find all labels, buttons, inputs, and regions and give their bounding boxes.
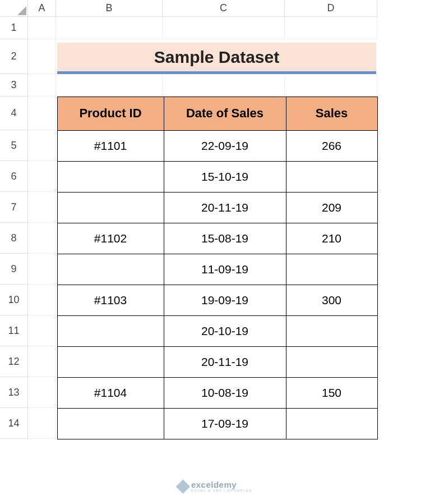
table-cell[interactable] — [57, 192, 164, 223]
cell-a4[interactable] — [28, 97, 56, 130]
row-header-7[interactable]: 7 — [0, 192, 28, 223]
col-header-a[interactable]: A — [28, 0, 56, 17]
cell-b3[interactable] — [56, 74, 163, 97]
cell-a6[interactable] — [28, 161, 56, 192]
cell-a7[interactable] — [28, 192, 56, 223]
data-table: Product ID Date of Sales Sales #1101 22-… — [57, 97, 376, 439]
cell-a3[interactable] — [28, 74, 56, 97]
cell-a14[interactable] — [28, 408, 56, 439]
cell-d1[interactable] — [285, 17, 377, 39]
watermark-main: exceldemy — [191, 480, 252, 489]
cell-a8[interactable] — [28, 223, 56, 254]
col-header-b[interactable]: B — [56, 0, 163, 17]
table-cell[interactable]: 150 — [286, 377, 378, 409]
cell-c3[interactable] — [163, 74, 285, 97]
row-header-1[interactable]: 1 — [0, 17, 28, 39]
row-header-5[interactable]: 5 — [0, 130, 28, 161]
cell-d3[interactable] — [285, 74, 377, 97]
table-cell[interactable]: 266 — [286, 130, 378, 162]
select-all-corner[interactable] — [0, 0, 28, 17]
table-cell[interactable]: 20-11-19 — [164, 192, 286, 223]
cell-a1[interactable] — [28, 17, 56, 39]
cell-a12[interactable] — [28, 346, 56, 377]
row-header-13[interactable]: 13 — [0, 377, 28, 408]
table-cell[interactable] — [57, 408, 164, 439]
col-header-d[interactable]: D — [285, 0, 377, 17]
table-cell[interactable] — [286, 346, 378, 378]
table-cell[interactable] — [57, 254, 164, 285]
table-cell[interactable]: 17-09-19 — [164, 408, 286, 439]
table-cell[interactable]: 22-09-19 — [164, 130, 286, 162]
cell-a11[interactable] — [28, 315, 56, 346]
row-header-4[interactable]: 4 — [0, 97, 28, 130]
cell-b1[interactable] — [56, 17, 163, 39]
row-header-8[interactable]: 8 — [0, 223, 28, 254]
row-header-9[interactable]: 9 — [0, 254, 28, 285]
table-cell[interactable]: #1101 — [57, 130, 164, 162]
cell-a2[interactable] — [28, 39, 56, 74]
table-cell[interactable]: 15-08-19 — [164, 223, 286, 254]
row-header-2[interactable]: 2 — [0, 39, 28, 74]
watermark-text: exceldemy EXCEL & VBA • EXAMPLES — [191, 480, 252, 492]
table-cell[interactable]: #1102 — [57, 223, 164, 254]
table-cell[interactable]: 19-09-19 — [164, 285, 286, 316]
header-date-of-sales[interactable]: Date of Sales — [164, 97, 286, 131]
row-header-6[interactable]: 6 — [0, 161, 28, 192]
table-cell[interactable]: 210 — [286, 223, 378, 254]
row-header-3[interactable]: 3 — [0, 74, 28, 97]
table-cell[interactable]: 11-09-19 — [164, 254, 286, 285]
table-cell[interactable] — [57, 161, 164, 193]
cell-c1[interactable] — [163, 17, 285, 39]
row-header-11[interactable]: 11 — [0, 315, 28, 346]
table-cell[interactable] — [57, 346, 164, 378]
col-header-c[interactable]: C — [163, 0, 285, 17]
row-header-10[interactable]: 10 — [0, 285, 28, 315]
table-cell[interactable]: 209 — [286, 192, 378, 223]
cell-a10[interactable] — [28, 285, 56, 315]
table-cell[interactable]: 20-11-19 — [164, 346, 286, 378]
cell-a5[interactable] — [28, 130, 56, 161]
header-product-id[interactable]: Product ID — [57, 97, 164, 131]
table-cell[interactable] — [286, 315, 378, 347]
table-cell[interactable]: 15-10-19 — [164, 161, 286, 193]
table-cell[interactable] — [57, 315, 164, 347]
cell-a13[interactable] — [28, 377, 56, 408]
table-cell[interactable]: 300 — [286, 285, 378, 316]
row-header-12[interactable]: 12 — [0, 346, 28, 377]
exceldemy-logo-icon — [175, 479, 189, 493]
table-cell[interactable]: 10-08-19 — [164, 377, 286, 409]
dataset-title[interactable]: Sample Dataset — [57, 43, 376, 74]
watermark-sub: EXCEL & VBA • EXAMPLES — [191, 489, 252, 492]
table-cell[interactable]: #1104 — [57, 377, 164, 409]
table-cell[interactable] — [286, 408, 378, 439]
spreadsheet-grid: A B C D 1 2 Sample Dataset 3 4 5 6 7 8 9… — [0, 0, 430, 439]
cell-a9[interactable] — [28, 254, 56, 285]
table-cell[interactable]: #1103 — [57, 285, 164, 316]
table-cell[interactable]: 20-10-19 — [164, 315, 286, 347]
table-cell[interactable] — [286, 161, 378, 193]
table-cell[interactable] — [286, 254, 378, 285]
watermark: exceldemy EXCEL & VBA • EXAMPLES — [178, 480, 252, 492]
header-sales[interactable]: Sales — [286, 97, 378, 131]
row-header-14[interactable]: 14 — [0, 408, 28, 439]
